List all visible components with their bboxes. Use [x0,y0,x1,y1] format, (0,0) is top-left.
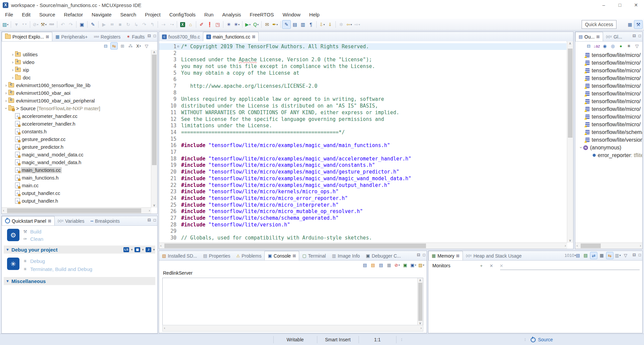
console-tab-installed-sd[interactable]: ▧Installed SD... [159,251,200,260]
editor-vscrollbar[interactable]: ∧ ∨ [567,41,573,243]
filter-config-icon[interactable]: X▾ [135,43,142,49]
undo-icon[interactable]: ↶ [59,20,67,28]
console-tab-console[interactable]: ▣Console⊠ [264,251,299,260]
scroll-lock-icon[interactable]: ▤ [370,262,376,268]
terminate-link-icon[interactable]: ⊘▾ [394,262,400,268]
open-console-icon[interactable]: ▣ [78,20,86,28]
new-memory-view-icon[interactable]: ▤ [582,252,589,259]
expander-icon[interactable]: › [10,67,15,72]
stop-icon[interactable]: ■ [116,20,124,28]
minimize-view-icon[interactable]: ⊟ [148,218,151,222]
maximize-button[interactable]: □ [612,0,628,10]
mark-occurrences-icon[interactable]: ✎ [282,20,291,29]
home-icon[interactable]: ⌂ [186,20,195,28]
pilcrow-icon[interactable]: ¶ [307,20,315,28]
quickstart-clean-link[interactable]: ✑ Clean [22,236,43,242]
refresh-icon[interactable]: ⁂ [127,43,134,49]
menu-navigate[interactable]: Navigate [87,10,116,19]
minimize-view-icon[interactable]: ⊟ [417,253,420,257]
editor-tab-main-functions-cc[interactable]: cmain_functions.cc⊠ [203,32,259,41]
run-icon[interactable]: ▶▾ [244,20,252,28]
pause-icon[interactable]: ▮▮ [108,20,116,28]
expander-icon[interactable]: › [10,60,15,65]
switch-rendering-icon[interactable]: ⇆ [606,252,613,259]
add-monitor-icon[interactable]: + [478,262,485,269]
editor-hscrollbar[interactable]: ‹ › [159,243,567,249]
project-tree-vscrollbar[interactable]: ∧ ∨ [151,50,157,208]
back-icon[interactable]: ⇦▾ [345,20,353,28]
step-into-icon[interactable]: ↳ [132,20,140,28]
console-output[interactable]: ∧ ∨ [162,278,423,326]
jlink-badge[interactable]: J [146,247,151,252]
outline-item-tensorflow-lite-micro[interactable]: tensorflow/lite/micro/ [575,51,642,59]
link-memory-icon[interactable]: ⇄ [590,252,597,259]
quickstart-terminate-build-debug-link[interactable]: ✳ Terminate, Build and Debug [22,266,92,272]
save-icon[interactable]: ▼ [12,20,20,28]
word-wrap-icon[interactable]: ▤ [378,262,384,268]
miscellaneous-section-header[interactable]: ▼ Miscellaneous [4,277,155,285]
outline-hscrollbar[interactable]: ‹ › [575,243,642,249]
console-tab-terminal[interactable]: ▢Terminal [299,251,329,260]
hex-format-icon[interactable]: 1010▾ [567,252,574,259]
menu-configtools[interactable]: ConfigTools [165,10,200,19]
tree-item-accelerometer-handler-cc[interactable]: caccelerometer_handler.cc [2,112,151,120]
save-all-icon[interactable]: ▼▼ [20,20,29,28]
focus-icon[interactable]: ⊞ [119,43,126,49]
quickstart-tab-breakpoints[interactable]: ●●Breakpoints [88,216,123,225]
debug-section-header[interactable]: ▼ Debug your project LS▾ ▦▾ J▾ [4,246,155,254]
maximize-view-icon[interactable]: □ [423,253,425,257]
remove-monitor-icon[interactable]: ✕ [488,262,495,269]
tree-item-xip[interactable]: ›cxip [2,66,151,74]
outline-item-tensorflow-lite-schema[interactable]: tensorflow/lite/schema [575,128,642,136]
view-doc-icon[interactable]: ▥ [299,20,307,28]
menu-file[interactable]: File [1,10,17,19]
close-tab-icon[interactable]: ⊠ [252,34,255,39]
explorer-tab-peripherals[interactable]: ▦Peripherals+ [52,32,91,41]
minimize-button[interactable]: – [596,0,612,10]
skip-breakpoints-icon[interactable]: ⊘▾ [32,20,40,28]
expander-icon[interactable]: › [4,106,9,111]
outline-item-tensorflow-lite-micro[interactable]: tensorflow/lite/micro/ [575,121,642,128]
menu-source[interactable]: Source [35,10,60,19]
menu-refactor[interactable]: Refactor [60,10,88,19]
pemicro-badge[interactable]: ▦ [135,247,140,252]
close-tab-icon[interactable]: ⊠ [596,34,600,39]
remove-all-monitors-icon[interactable]: ✕ [498,262,505,269]
open-perspective-icon[interactable]: ▦ [626,20,634,28]
collapse-all-icon[interactable]: ⊟ [585,43,592,49]
minimize-view-icon[interactable]: ⊟ [633,33,636,38]
explorer-tab-faults[interactable]: ✶Faults [123,32,148,41]
tree-item-constants-h[interactable]: cconstants.h [2,128,151,135]
tree-item-evkmimxrt1060-xbar-aoi-peripheral[interactable]: ›Cevkmimxrt1060_xbar_aoi_peripheral [2,97,151,105]
close-tab-icon[interactable]: ⊠ [46,34,49,39]
hide-static-icon[interactable]: ◎ [609,43,616,49]
expander-icon[interactable]: › [10,52,15,57]
tree-item-main-cc[interactable]: cmain.cc [2,182,151,189]
quickstart-tab-quickstart-panel[interactable]: Quickstart Panel⊠ [2,216,55,225]
tree-item-video[interactable]: ›cvideo [2,58,151,66]
explorer-tab-registers[interactable]: 1010Registers [91,32,124,41]
expander-icon[interactable]: › [4,90,8,95]
outline-item-error-reporter[interactable]: error_reporter : tflite [575,151,642,159]
source-indicator[interactable]: Source [531,334,568,345]
close-button[interactable]: ✕ [628,0,644,10]
outline-item-tensorflow-lite-micro[interactable]: tensorflow/lite/micro/ [575,74,642,82]
maximize-view-icon[interactable]: □ [154,33,156,38]
expander-icon[interactable]: › [4,98,8,103]
editor-tab-fxos8700-fifo-c[interactable]: cfxos8700_fifo.c [159,32,203,41]
hide-inactive-icon[interactable]: ✳ [626,43,632,49]
drag-handle[interactable]: ⁞ [523,334,527,345]
quickstart-build-link[interactable]: ⚒ Build [22,229,41,234]
explorer-tab-project-explo[interactable]: Project Explo...⊠ [2,32,52,41]
console-tab-debugger-c[interactable]: ▣Debugger C... [363,251,404,260]
outline-item-tensorflow-lite-micro[interactable]: tensorflow/lite/micro/ [575,67,642,74]
outline-item-tensorflow-lite-micro[interactable]: tensorflow/lite/micro/ [575,90,642,97]
tree-item-evkmimxrt1060-tensorflow-lite-lib[interactable]: ›Cevkmimxrt1060_tensorflow_lite_lib [2,81,151,89]
outline-item-tensorflow-lite-micro[interactable]: tensorflow/lite/micro/ [575,105,642,113]
memory-tab-heap-and-stack-usage[interactable]: (x)=Heap and Stack Usage [463,251,525,260]
tree-item-doc[interactable]: ›doc [2,74,151,81]
outline-tab-gl[interactable]: (x)=Gl... [603,32,625,41]
view-menu-icon[interactable]: ▽ [143,43,150,49]
config-tools-icon[interactable]: X [178,20,186,28]
tree-item-accelerometer-handler-h[interactable]: caccelerometer_handler.h [2,120,151,128]
